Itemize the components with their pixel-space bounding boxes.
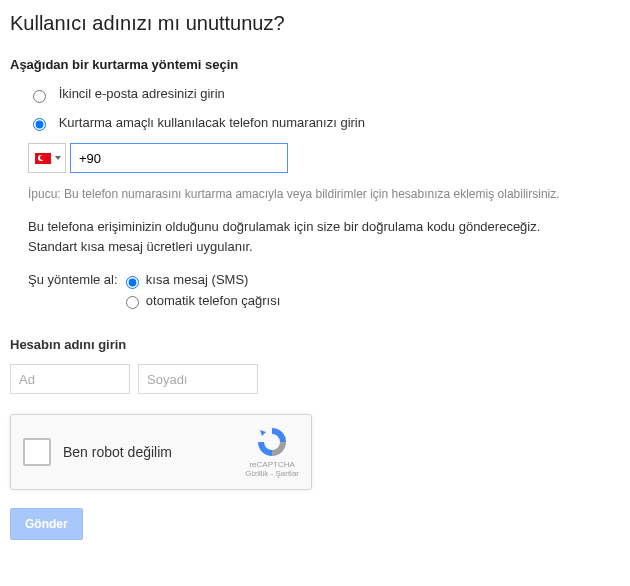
- recovery-phone-label[interactable]: Kurtarma amaçlı kullanılacak telefon num…: [59, 115, 365, 130]
- account-name-title: Hesabın adını girin: [10, 337, 620, 352]
- verify-line1: Bu telefona erişiminizin olduğunu doğrul…: [28, 219, 540, 234]
- recaptcha-widget: Ben robot değilim reCAPTCHA Gizlilik - Ş…: [10, 414, 312, 490]
- last-name-input[interactable]: [138, 364, 258, 394]
- recovery-email-label[interactable]: İkincil e-posta adresinizi girin: [59, 86, 225, 101]
- country-code-select[interactable]: [28, 143, 66, 173]
- method-call-radio[interactable]: [126, 296, 139, 309]
- recaptcha-icon: [256, 426, 288, 458]
- first-name-input[interactable]: [10, 364, 130, 394]
- recaptcha-brand: reCAPTCHA: [245, 460, 299, 470]
- page-title: Kullanıcı adınızı mı unuttunuz?: [10, 12, 620, 35]
- phone-input[interactable]: [70, 143, 288, 173]
- method-label: Şu yöntemle al:: [28, 272, 118, 287]
- method-call-label[interactable]: otomatik telefon çağrısı: [146, 293, 280, 308]
- recovery-email-radio[interactable]: [33, 90, 46, 103]
- recaptcha-terms[interactable]: Gizlilik - Şartlar: [245, 469, 299, 479]
- submit-button[interactable]: Gönder: [10, 508, 83, 540]
- svg-marker-0: [260, 430, 266, 436]
- recovery-subhead: Aşağıdan bir kurtarma yöntemi seçin: [10, 57, 620, 72]
- recaptcha-label: Ben robot değilim: [63, 444, 245, 460]
- method-sms-radio[interactable]: [126, 276, 139, 289]
- recaptcha-logo: reCAPTCHA Gizlilik - Şartlar: [245, 426, 299, 479]
- verify-line2: Standart kısa mesaj ücretleri uygulanır.: [28, 239, 253, 254]
- verify-info: Bu telefona erişiminizin olduğunu doğrul…: [28, 217, 620, 256]
- recaptcha-checkbox[interactable]: [23, 438, 51, 466]
- flag-turkey-icon: [35, 153, 51, 164]
- method-sms-label[interactable]: kısa mesaj (SMS): [146, 272, 249, 287]
- phone-hint: İpucu: Bu telefon numarasını kurtarma am…: [28, 187, 620, 201]
- recovery-phone-radio[interactable]: [33, 118, 46, 131]
- chevron-down-icon: [55, 156, 61, 160]
